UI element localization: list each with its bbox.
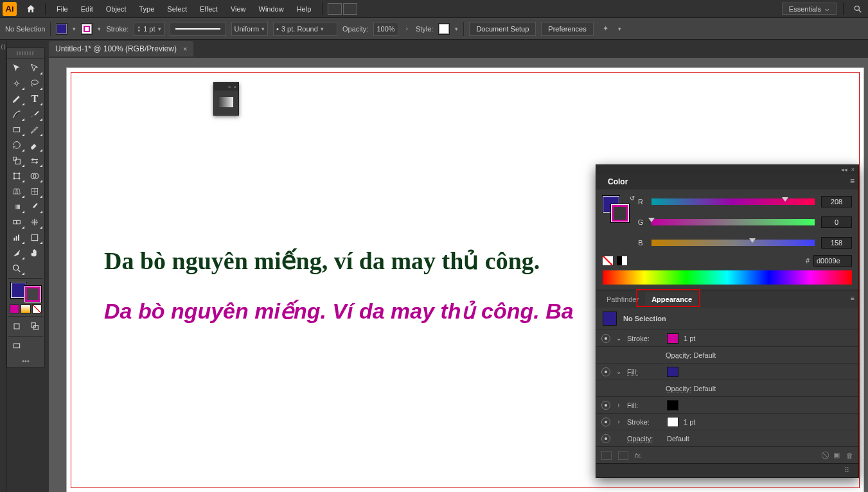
menu-view[interactable]: View (225, 3, 252, 15)
magic-wand-tool[interactable]: ✧ (8, 76, 25, 91)
variable-width-profile[interactable] (170, 22, 226, 36)
g-value[interactable]: 0 (821, 216, 852, 228)
search-icon[interactable] (850, 3, 865, 15)
b-slider[interactable] (651, 240, 815, 246)
menu-file[interactable]: File (51, 3, 74, 15)
gradient-mode-icon[interactable] (21, 304, 30, 313)
menu-object[interactable]: Object (100, 3, 132, 15)
home-icon[interactable] (22, 4, 40, 14)
edit-toolbar-icon[interactable]: ••• (8, 355, 43, 365)
workspace-switcher[interactable]: Essentials ⌵ (782, 3, 837, 15)
expand-caret-icon[interactable]: ⌄ (616, 368, 622, 375)
stroke-proxy-icon[interactable] (612, 205, 628, 222)
appearance-row-opacity[interactable]: Opacity: Default (596, 430, 858, 446)
menu-edit[interactable]: Edit (75, 3, 99, 15)
hand-tool[interactable] (26, 246, 43, 260)
pathfinder-tab[interactable]: Pathfinder (600, 292, 645, 306)
appearance-row-fill[interactable]: ⌄ Fill: (596, 363, 858, 380)
appearance-row-opacity[interactable]: Opacity: Default (596, 346, 858, 363)
fill-swatch[interactable] (56, 23, 67, 35)
symbol-sprayer-tool[interactable]: ⁜ (26, 215, 43, 229)
g-slider[interactable] (651, 219, 815, 225)
stroke-swatch[interactable] (81, 23, 93, 35)
draw-normal-icon[interactable] (8, 319, 25, 333)
expand-caret-icon[interactable]: › (616, 418, 622, 425)
opacity-popup-icon[interactable]: › (403, 25, 411, 32)
italic-text-object[interactable]: Da bò nguyên miếng. Ví da may thủ công. … (104, 298, 574, 324)
graphic-style-swatch[interactable] (438, 23, 450, 35)
menu-select[interactable]: Select (161, 3, 193, 15)
column-graph-tool[interactable] (8, 231, 25, 245)
draw-behind-icon[interactable] (26, 319, 43, 333)
swap-fill-stroke-icon[interactable]: ↺ (630, 195, 635, 202)
selection-tool[interactable] (8, 61, 25, 75)
gradient-tool[interactable] (8, 200, 25, 214)
color-mode-icon[interactable] (10, 304, 19, 313)
close-icon[interactable]: × (233, 84, 236, 90)
gpu-preview-icon[interactable] (343, 3, 357, 15)
add-effect-icon[interactable]: fx. (635, 452, 642, 459)
fill-dropdown-icon[interactable]: ▾ (73, 26, 76, 32)
appearance-row-opacity[interactable]: Opacity: Default (596, 380, 858, 396)
visibility-toggle-icon[interactable] (601, 334, 610, 343)
appearance-row-stroke[interactable]: ⌄ Stroke: 1 pt (596, 329, 858, 346)
row-swatch[interactable] (667, 400, 678, 410)
row-value[interactable]: Default (693, 351, 716, 359)
perspective-grid-tool[interactable] (8, 184, 25, 198)
mesh-tool[interactable] (26, 184, 43, 198)
appearance-tab[interactable]: Appearance (645, 292, 698, 306)
menu-effect[interactable]: Effect (194, 3, 224, 15)
row-swatch[interactable] (667, 333, 678, 344)
free-transform-tool[interactable] (8, 169, 25, 183)
visibility-toggle-icon[interactable] (601, 434, 610, 443)
row-swatch[interactable] (667, 367, 678, 377)
lasso-tool[interactable] (26, 76, 43, 91)
floating-gradient-panel[interactable]: »× (213, 82, 239, 116)
menu-type[interactable]: Type (134, 3, 161, 15)
preferences-button[interactable]: Preferences (541, 22, 593, 36)
b-value[interactable]: 158 (821, 237, 852, 249)
left-dock-strip[interactable]: ⟨⟨ (0, 40, 6, 492)
row-value[interactable]: 1 pt (684, 335, 695, 342)
visibility-toggle-icon[interactable] (601, 367, 610, 376)
pencil-tool[interactable] (26, 123, 43, 137)
expand-caret-icon[interactable]: ⌄ (616, 335, 622, 342)
collapse-icon[interactable]: » (228, 84, 231, 90)
menu-window[interactable]: Window (253, 3, 290, 15)
duplicate-item-icon[interactable]: ▣ (833, 451, 840, 459)
profile-dropdown[interactable]: Uniform▾ (231, 22, 269, 36)
line-tool[interactable] (8, 107, 25, 121)
artboard-tool[interactable] (26, 231, 43, 245)
eyedropper-tool[interactable] (26, 200, 43, 214)
style-dropdown-icon[interactable]: ▾ (455, 26, 458, 32)
tools-panel-header[interactable] (6, 48, 45, 58)
appearance-row-stroke[interactable]: › Stroke: 1 pt (596, 413, 858, 430)
serif-text-object[interactable]: Da bò nguyên miếng, ví da may thủ công. (104, 247, 540, 275)
fill-color-icon[interactable] (11, 283, 26, 298)
row-value[interactable]: 1 pt (684, 418, 695, 426)
color-spectrum[interactable] (603, 270, 852, 285)
none-color-icon[interactable] (603, 256, 613, 265)
hex-input[interactable]: d0009e (813, 255, 852, 267)
direct-selection-tool[interactable] (26, 61, 43, 75)
recolor-dropdown-icon[interactable]: ▾ (618, 26, 621, 32)
appearance-row-fill[interactable]: › Fill: (596, 396, 858, 413)
color-fill-stroke-proxy[interactable]: ↺ (603, 196, 628, 222)
brush-dropdown[interactable]: • 3 pt. Round ▾ (273, 22, 337, 36)
expand-dock-icon[interactable]: ⟨⟨ (1, 44, 6, 50)
width-tool[interactable]: ⇆ (26, 154, 43, 168)
close-tab-icon[interactable]: × (183, 45, 187, 53)
expand-caret-icon[interactable]: › (616, 401, 622, 409)
delete-item-icon[interactable]: 🗑 (846, 452, 853, 459)
rectangle-tool[interactable] (8, 123, 25, 137)
screen-mode-icon[interactable] (8, 339, 25, 353)
row-swatch[interactable] (667, 417, 678, 427)
panel-menu-icon[interactable]: ≡ (851, 294, 855, 302)
blend-tool[interactable] (8, 215, 25, 229)
visibility-toggle-icon[interactable] (601, 417, 610, 426)
zoom-tool[interactable] (8, 261, 25, 276)
slice-tool[interactable] (8, 246, 25, 260)
panel-resize-grip[interactable]: ⠿ (596, 463, 858, 477)
black-white-icon[interactable] (617, 256, 627, 265)
document-tab[interactable]: Untitled-1* @ 100% (RGB/Preview) × (49, 41, 193, 57)
